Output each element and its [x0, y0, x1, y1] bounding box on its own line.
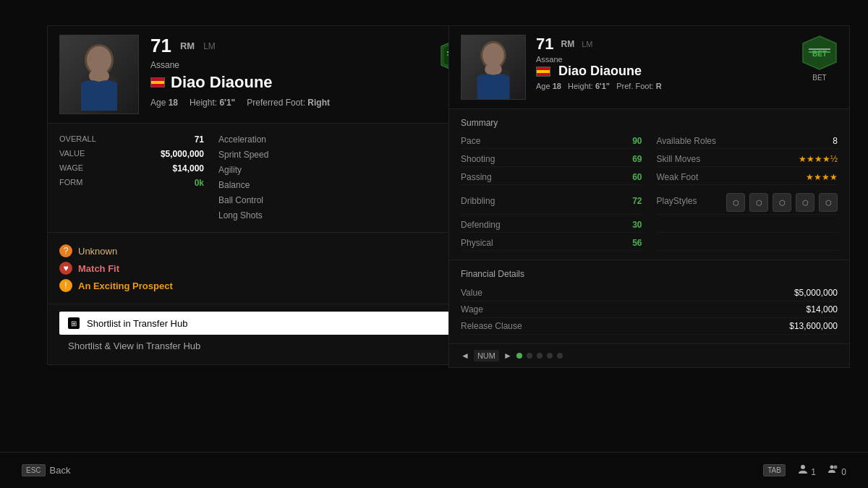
overall-val: 71 — [195, 134, 204, 145]
wage-label: WAGE — [59, 163, 83, 174]
rp-player-name: Diao Diaoune — [536, 64, 838, 79]
empty-row-2 — [657, 236, 838, 251]
ps-icon-3: ⬡ — [773, 193, 791, 212]
rating-row: 71 RM LM — [150, 35, 476, 57]
secondary-position: LM — [203, 41, 216, 51]
right-panel: 71 RM LM Assane Diao Diaoune Age 18 Heig… — [448, 25, 850, 368]
fin-value-val: $5,000,000 — [794, 288, 838, 298]
playstyles-row: PlayStyles ⬡ ⬡ ⬡ ⬡ ⬡ — [657, 188, 838, 215]
height-detail: Height: 6'1" — [190, 98, 235, 108]
attr-agility: Agility 82 — [218, 163, 476, 178]
matchfit-text: Match Fit — [78, 263, 119, 274]
left-panel: 71 RM LM Assane Diao Diaoune Age 18 Heig… — [47, 25, 488, 365]
back-button[interactable]: ESC Back — [22, 464, 70, 476]
scout-prospect: ! An Exciting Prospect — [59, 279, 476, 292]
rp-player-photo — [461, 35, 526, 100]
nav-dot-3[interactable] — [537, 353, 542, 359]
rp-overall: 71 — [536, 35, 553, 53]
bottom-bar: ESC Back TAB 1 0 — [0, 452, 868, 488]
nationality-flag — [150, 77, 165, 87]
value-stat: VALUE $5,000,000 — [59, 147, 204, 161]
fin-wage-label: Wage — [461, 304, 483, 314]
attributes-section: Acceleration 90 Sprint Speed 90 Agility … — [204, 132, 476, 223]
stats-section: OVERALL 71 VALUE $5,000,000 WAGE $14,000… — [48, 124, 488, 233]
form-val: 0k — [195, 178, 204, 188]
financial-section: Financial Details Value $5,000,000 Wage … — [449, 260, 849, 344]
back-label: Back — [50, 465, 71, 476]
financial-title: Financial Details — [461, 269, 838, 279]
prospect-text: An Exciting Prospect — [78, 281, 173, 291]
ps-icon-2: ⬡ — [749, 193, 768, 212]
fin-release-row: Release Clause $13,600,000 — [461, 318, 838, 335]
defending-row: Defending 30 — [461, 218, 642, 233]
nav-num-label: NUM — [474, 350, 499, 361]
nav-left-arrow[interactable]: ◄ — [461, 351, 469, 361]
rp-club-badge: BET — [801, 35, 838, 71]
nav-dot-2[interactable] — [527, 353, 532, 359]
nav-dot-5[interactable] — [557, 353, 563, 359]
value-val: $5,000,000 — [161, 149, 204, 159]
attr-balance: Balance 78 — [218, 178, 476, 193]
wage-stat: WAGE $14,000 — [59, 161, 204, 176]
rp-info: 71 RM LM Assane Diao Diaoune Age 18 Heig… — [536, 35, 838, 90]
right-nav: TAB 1 0 — [763, 463, 846, 477]
matchfit-icon: ♥ — [59, 262, 72, 275]
nav-right-arrow[interactable]: ► — [503, 351, 512, 361]
wage-val: $14,000 — [173, 163, 204, 174]
rp-pos1: RM — [561, 39, 574, 49]
nav-count-1: 1 — [797, 463, 816, 477]
summary-grid: Pace 90 Available Roles 8 Shooting 69 Sk… — [461, 134, 838, 251]
weak-foot-row: Weak Foot ★★★★ — [657, 170, 838, 185]
left-stats: OVERALL 71 VALUE $5,000,000 WAGE $14,000… — [59, 132, 204, 223]
actions-section: ⊞ Shortlist in Transfer Hub Shortlist & … — [48, 304, 488, 364]
attr-longshots: Long Shots 73 — [218, 208, 476, 223]
shortlist-icon: ⊞ — [68, 317, 80, 329]
attr-ballcontrol: Ball Control 74 — [218, 193, 476, 208]
ps-icon-5: ⬡ — [819, 193, 838, 212]
overall-rating: 71 — [150, 35, 171, 57]
unknown-text: Unknown — [78, 246, 117, 257]
nav-dot-4[interactable] — [547, 353, 553, 359]
rp-name-text: Diao Diaoune — [558, 64, 642, 78]
player-name: Diao Diaoune — [171, 73, 273, 92]
shortlist-action[interactable]: ⊞ Shortlist in Transfer Hub — [59, 312, 476, 335]
shortlist-view-action[interactable]: Shortlist & View in Transfer Hub — [59, 335, 476, 357]
form-label: Form — [59, 178, 82, 188]
user1-icon — [797, 463, 809, 475]
club-name: Assane — [150, 60, 476, 70]
svg-point-17 — [801, 465, 805, 469]
rp-details: Age 18 Height: 6'1" Pref. Foot: R — [536, 82, 838, 90]
fin-release-label: Release Clause — [461, 321, 522, 331]
navigation-dots: ◄ NUM ► — [449, 344, 849, 367]
fin-wage-row: Wage $14,000 — [461, 301, 838, 318]
playstyles-icons: ⬡ ⬡ ⬡ ⬡ ⬡ — [726, 193, 838, 212]
player-name-row: Diao Diaoune — [150, 73, 476, 92]
rp-player-header: 71 RM LM Assane Diao Diaoune Age 18 Heig… — [449, 26, 849, 109]
rp-bet-label: BET — [812, 74, 826, 82]
shortlist-view-label: Shortlist & View in Transfer Hub — [68, 341, 200, 351]
summary-section: Summary Pace 90 Available Roles 8 Shooti… — [449, 109, 849, 260]
prospect-icon: ! — [59, 279, 72, 292]
value-label: VALUE — [59, 149, 85, 159]
svg-text:BET: BET — [812, 50, 827, 58]
dribbling-row: Dribbling 72 — [461, 188, 642, 215]
tab-badge: TAB — [763, 464, 786, 476]
rp-pos2: LM — [582, 40, 592, 48]
passing-row: Passing 60 — [461, 170, 642, 185]
form-stat: Form 0k — [59, 176, 204, 190]
svg-point-19 — [833, 466, 837, 469]
overall-label: OVERALL — [59, 134, 96, 145]
skill-moves-row: Skill Moves ★★★★½ — [657, 152, 838, 167]
unknown-icon: ? — [59, 244, 72, 257]
ps-icon-4: ⬡ — [796, 193, 814, 212]
nav-dot-1[interactable] — [516, 353, 522, 359]
player-photo — [59, 35, 139, 114]
fin-wage-val: $14,000 — [807, 304, 838, 314]
users-icon — [827, 463, 839, 475]
scout-notes: ? Unknown ♥ Match Fit ! An Exciting Pros… — [48, 233, 488, 304]
pace-row: Pace 90 — [461, 134, 642, 149]
svg-point-18 — [830, 466, 833, 469]
empty-row-1 — [657, 218, 838, 233]
foot-detail: Preferred Foot: Right — [247, 98, 330, 108]
rp-flag — [536, 67, 550, 77]
